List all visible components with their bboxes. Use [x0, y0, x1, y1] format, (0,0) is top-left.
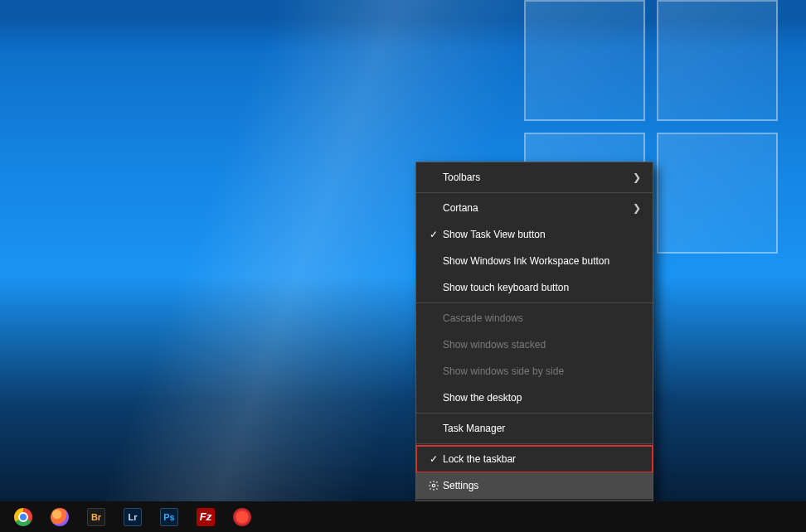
taskbar-app-filezilla[interactable]: Fz — [187, 501, 224, 532]
menu-cortana[interactable]: Cortana ❯ — [416, 195, 653, 221]
menu-separator — [416, 443, 653, 444]
menu-lock-taskbar[interactable]: ✓ Lock the taskbar — [416, 446, 653, 472]
menu-separator — [416, 413, 653, 414]
menu-label: Cortana — [443, 202, 633, 214]
taskbar-app-photoshop[interactable]: Ps — [151, 501, 187, 532]
taskbar-app-creative-cloud[interactable] — [224, 501, 260, 532]
chevron-right-icon: ❯ — [633, 202, 641, 214]
svg-point-0 — [432, 484, 435, 487]
desktop-wallpaper[interactable] — [0, 0, 806, 501]
menu-separator — [416, 302, 653, 303]
taskbar-context-menu: Toolbars ❯ Cortana ❯ ✓ Show Task View bu… — [415, 162, 653, 501]
menu-separator — [416, 192, 653, 193]
firefox-icon — [51, 508, 69, 526]
bridge-icon: Br — [87, 508, 105, 526]
taskbar-app-firefox[interactable] — [41, 501, 78, 532]
taskbar-app-chrome[interactable] — [5, 501, 41, 532]
menu-cascade-windows: Cascade windows — [416, 305, 653, 331]
chevron-right-icon: ❯ — [633, 172, 641, 183]
menu-label: Show the desktop — [443, 392, 641, 404]
menu-show-touch-keyboard[interactable]: Show touch keyboard button — [416, 274, 653, 301]
menu-settings[interactable]: Settings — [416, 472, 653, 499]
checkmark-icon: ✓ — [425, 453, 443, 465]
menu-label: Cascade windows — [443, 312, 641, 324]
filezilla-icon: Fz — [197, 508, 215, 526]
taskbar-app-bridge[interactable]: Br — [78, 501, 114, 532]
gear-icon — [425, 480, 443, 491]
photoshop-icon: Ps — [160, 508, 178, 526]
menu-label: Task Manager — [443, 423, 641, 434]
menu-label: Show touch keyboard button — [443, 282, 641, 293]
chrome-icon — [14, 508, 32, 526]
menu-label: Toolbars — [443, 172, 633, 183]
creative-cloud-icon — [233, 508, 251, 526]
menu-show-ink-workspace[interactable]: Show Windows Ink Workspace button — [416, 248, 653, 274]
menu-label: Show windows stacked — [443, 339, 641, 351]
menu-show-windows-stacked: Show windows stacked — [416, 331, 653, 358]
menu-show-windows-side-by-side: Show windows side by side — [416, 358, 653, 384]
menu-label: Settings — [443, 480, 641, 491]
taskbar[interactable]: Br Lr Ps Fz — [0, 501, 806, 532]
menu-label: Show Windows Ink Workspace button — [443, 255, 641, 267]
checkmark-icon: ✓ — [425, 229, 443, 240]
menu-label: Show windows side by side — [443, 365, 641, 377]
menu-toolbars[interactable]: Toolbars ❯ — [416, 164, 653, 191]
menu-label: Lock the taskbar — [443, 453, 641, 465]
menu-show-task-view[interactable]: ✓ Show Task View button — [416, 221, 653, 248]
menu-task-manager[interactable]: Task Manager — [416, 415, 653, 442]
taskbar-app-lightroom[interactable]: Lr — [114, 501, 151, 532]
menu-label: Show Task View button — [443, 229, 641, 240]
lightroom-icon: Lr — [124, 508, 142, 526]
menu-show-desktop[interactable]: Show the desktop — [416, 384, 653, 411]
